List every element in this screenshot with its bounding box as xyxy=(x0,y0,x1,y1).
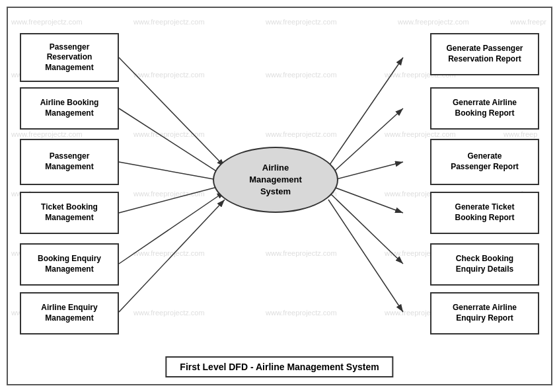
watermark-7: www.freeprojectz.com xyxy=(133,71,205,79)
watermark-1: www.freeprojectz.com xyxy=(11,18,83,26)
watermark-2: www.freeprojectz.com xyxy=(133,18,205,26)
svg-line-9 xyxy=(328,162,403,181)
watermark-5: www.freepr xyxy=(510,18,546,26)
svg-line-1 xyxy=(119,58,225,167)
svg-line-5 xyxy=(119,192,225,264)
center-circle-airline-management-system: AirlineManagementSystem xyxy=(213,147,338,213)
svg-line-11 xyxy=(328,192,403,264)
right-box-generrate-airline-enquiry-report: Generrate AirlineEnquiry Report xyxy=(430,292,539,334)
left-box-booking-enquiry-management: Booking EnquiryManagement xyxy=(20,243,119,286)
watermark-14: www.freep xyxy=(503,130,537,138)
svg-line-6 xyxy=(119,200,225,312)
watermark-10: www.freeprojectz.com xyxy=(11,130,83,138)
svg-line-12 xyxy=(328,200,403,312)
footer-title: First Level DFD - Airline Management Sys… xyxy=(165,356,393,377)
left-box-airline-booking-management: Airline BookingManagement xyxy=(20,87,119,130)
svg-line-10 xyxy=(328,185,403,213)
watermark-4: www.freeprojectz.com xyxy=(398,18,469,26)
watermark-12: www.freeprojectz.com xyxy=(266,130,337,138)
watermark-8: www.freeprojectz.com xyxy=(266,71,337,79)
watermark-27: www.freeprojectz.com xyxy=(266,309,337,317)
right-box-generate-ticket-booking-report: Generate TicketBooking Report xyxy=(430,192,539,234)
left-box-airline-enquiry-management: Airline EnquiryManagement xyxy=(20,292,119,334)
left-box-ticket-booking-management: Ticket BookingManagement xyxy=(20,192,119,234)
watermark-21: www.freeprojectz.com xyxy=(133,249,205,257)
diagram-inner: www.freeprojectz.com www.freeprojectz.co… xyxy=(8,8,551,384)
watermark-3: www.freeprojectz.com xyxy=(266,18,337,26)
svg-line-3 xyxy=(119,162,225,181)
diagram-container: www.freeprojectz.com www.freeprojectz.co… xyxy=(7,7,552,385)
right-box-check-booking-enquiry-details: Check BookingEnquiry Details xyxy=(430,243,539,286)
svg-line-8 xyxy=(328,108,403,176)
watermark-16: www.freeprojectz.com xyxy=(133,190,205,198)
left-box-passenger-reservation-management: PassengerReservationManagement xyxy=(20,33,119,82)
svg-line-7 xyxy=(328,58,403,167)
right-box-generate-passenger-report: GeneratePassenger Report xyxy=(430,139,539,185)
right-box-generate-passenger-reservation-report: Generate PassengerReservation Report xyxy=(430,33,539,75)
svg-line-2 xyxy=(119,108,225,176)
watermark-13: www.freeprojectz.com xyxy=(385,130,456,138)
watermark-11: www.freeprojectz.com xyxy=(133,130,205,138)
svg-line-4 xyxy=(119,185,225,213)
watermark-26: www.freeprojectz.com xyxy=(133,309,205,317)
left-box-passenger-management: PassengerManagement xyxy=(20,139,119,185)
right-box-generrate-airline-booking-report: Generrate AirlineBooking Report xyxy=(430,87,539,130)
watermark-22: www.freeprojectz.com xyxy=(266,249,337,257)
